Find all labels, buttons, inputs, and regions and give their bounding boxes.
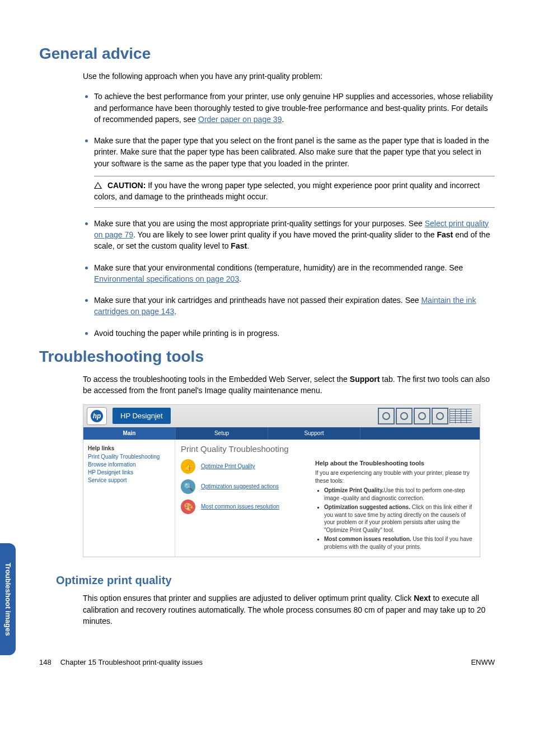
text: Make sure that your environmental condit… [94, 263, 463, 272]
text: . [239, 274, 241, 283]
sidebar-link-designjet[interactable]: HP Designjet links [88, 469, 170, 475]
nozzle-icon [432, 408, 448, 424]
intro-paragraph: Use the following approach when you have… [83, 71, 495, 82]
chapter-title: Chapter 15 Troubleshoot print-quality is… [60, 658, 203, 666]
palette-icon: 🎨 [181, 500, 195, 514]
caution-text: If you have the wrong paper type selecte… [94, 181, 480, 201]
list-item: Make sure that you are using the most ap… [94, 217, 495, 252]
optimize-paragraph: This option ensures that printer and sup… [83, 592, 495, 627]
help-item: Most common issues resolution. Use this … [324, 535, 474, 550]
text: . You are likely to see lower print qual… [133, 230, 437, 239]
ews-main-title: Print Quality Troubleshooting [181, 444, 474, 454]
nozzle-icon [414, 408, 430, 424]
link-environmental-specs[interactable]: Environmental specifications on page 203 [94, 274, 239, 283]
text-bold: Fast [231, 241, 247, 250]
hp-logo-icon: hp [91, 410, 103, 422]
list-item: Make sure that the paper type that you s… [94, 134, 495, 207]
sidebar-link-pq-trouble[interactable]: Print Quality Troubleshooting [88, 454, 170, 460]
tools-intro: To access the troubleshooting tools in t… [83, 374, 495, 396]
link-optimization-suggested[interactable]: Optimization suggested actions [201, 483, 279, 489]
text: Make sure that the paper type that you s… [94, 136, 489, 168]
text-bold: Most common issues resolution. [324, 536, 411, 542]
text: Make sure that you are using the most ap… [94, 219, 425, 228]
caution-note: CAUTION: If you have the wrong paper typ… [94, 176, 495, 208]
text: . [174, 307, 176, 316]
ews-body: Help links Print Quality Troubleshooting… [83, 440, 480, 557]
tab-setup[interactable]: Setup [176, 427, 268, 440]
ews-actions-col: 👍 Optimize Print Quality 🔍 Optimization … [181, 459, 304, 553]
text: Make sure that your ink cartridges and p… [94, 296, 421, 305]
section-side-tab: Troubleshoot images [0, 543, 16, 655]
help-intro: If you are experiencing any trouble with… [315, 469, 474, 484]
text-bold: Optimization suggested actions. [324, 504, 410, 510]
printer-body-icon [449, 409, 472, 423]
tab-support[interactable]: Support [268, 427, 360, 440]
text: This option ensures that printer and sup… [83, 594, 414, 603]
advice-list: To achieve the best performance from you… [83, 90, 495, 339]
text: To access the troubleshooting tools in t… [83, 375, 350, 384]
heading-troubleshooting-tools: Troubleshooting tools [39, 348, 495, 366]
heading-general-advice: General advice [39, 45, 495, 63]
text: . [247, 241, 249, 250]
list-item: Make sure that your ink cartridges and p… [94, 293, 495, 318]
list-item: Make sure that your environmental condit… [94, 261, 495, 285]
help-item: Optimization suggested actions. Click on… [324, 503, 474, 534]
page-number: 148 [39, 658, 51, 666]
magnifier-icon: 🔍 [181, 479, 195, 494]
ews-tabs: Main Setup Support [83, 427, 480, 440]
tab-filler [360, 427, 480, 440]
sidebar-category: Help links [88, 445, 170, 451]
text-bold: Fast [437, 230, 453, 239]
ews-header: hp HP Designjet [83, 405, 480, 427]
help-item: Optimize Print Quality.Use this tool to … [324, 487, 474, 502]
thumbs-up-icon: 👍 [181, 459, 195, 474]
link-common-issues[interactable]: Most common issues resolution [201, 503, 279, 510]
tab-main[interactable]: Main [83, 427, 176, 440]
text-bold: Optimize Print Quality. [324, 487, 384, 493]
caution-icon [94, 182, 102, 189]
list-item: Avoid touching the paper while printing … [94, 326, 495, 339]
ews-main: Print Quality Troubleshooting 👍 Optimize… [175, 440, 480, 557]
help-list: Optimize Print Quality.Use this tool to … [315, 487, 474, 550]
text-bold: Support [350, 375, 380, 384]
text: . [282, 115, 284, 124]
ews-columns: 👍 Optimize Print Quality 🔍 Optimization … [181, 459, 474, 553]
sidebar-link-browse-info[interactable]: Browse information [88, 461, 170, 468]
action-row: 🎨 Most common issues resolution [181, 500, 304, 514]
ews-screenshot: hp HP Designjet Main Setup Support Help … [83, 404, 480, 558]
link-optimize-print-quality[interactable]: Optimize Print Quality [201, 463, 255, 469]
nozzle-icon [396, 408, 413, 424]
action-row: 👍 Optimize Print Quality [181, 459, 304, 474]
link-order-paper[interactable]: Order paper on page 39 [198, 115, 282, 124]
help-title: Help about the Troubleshooting tools [315, 459, 474, 468]
ews-sidebar: Help links Print Quality Troubleshooting… [83, 440, 175, 557]
text: Avoid touching the paper while printing … [94, 329, 279, 338]
text-bold: Next [414, 594, 430, 603]
page-footer: 148 Chapter 15 Troubleshoot print-qualit… [39, 658, 495, 666]
hp-logo-badge: hp [87, 407, 107, 425]
ews-brand-title: HP Designjet [113, 408, 171, 424]
action-row: 🔍 Optimization suggested actions [181, 479, 304, 494]
text: To achieve the best performance from you… [94, 92, 493, 124]
sidebar-link-service-support[interactable]: Service support [88, 477, 170, 483]
printer-illustration [378, 408, 472, 424]
lang-code: ENWW [471, 658, 495, 666]
document-page: General advice Use the following approac… [0, 0, 534, 689]
ews-help-col: Help about the Troubleshooting tools If … [315, 459, 474, 553]
list-item: To achieve the best performance from you… [94, 90, 495, 125]
nozzle-icon [378, 408, 395, 424]
side-tab-label: Troubleshoot images [4, 563, 12, 636]
heading-optimize-print-quality: Optimize print quality [56, 574, 495, 587]
caution-label: CAUTION: [107, 181, 146, 190]
